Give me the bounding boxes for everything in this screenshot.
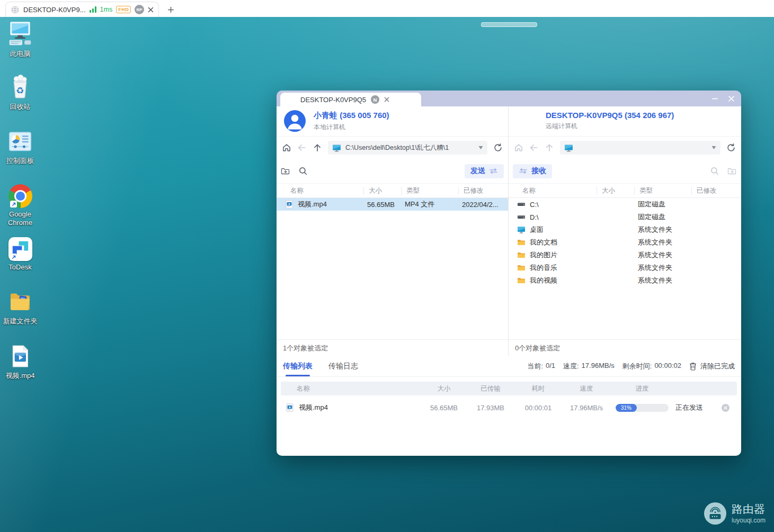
folder-icon <box>517 264 526 272</box>
desktop-icon-label: 新建文件夹 <box>3 317 38 326</box>
file-name: 我的文档 <box>530 238 557 247</box>
file-row[interactable]: 桌面系统文件夹 <box>509 223 741 236</box>
local-toolbar: 发送 <box>277 159 508 183</box>
column-type[interactable]: 类型 <box>401 187 458 195</box>
back-icon[interactable] <box>529 143 539 152</box>
window-titlebar[interactable]: DESKTOP-K0VP9Q5 N <box>277 91 741 106</box>
desktop-icon-label: Google Chrome <box>1 210 40 227</box>
up-icon[interactable] <box>313 143 322 152</box>
column-speed: 速度 <box>559 384 613 393</box>
swap-arrows-icon <box>489 168 498 174</box>
session-tab[interactable]: DESKTOP-K0VP9... 1ms FHD RP <box>5 2 159 17</box>
file-row[interactable]: 我的文档系统文件夹 <box>509 236 741 249</box>
rp-badge: RP <box>135 5 144 14</box>
column-name[interactable]: 名称 <box>277 187 363 195</box>
watermark: 路由器 luyouqi.com <box>704 502 766 525</box>
avatar <box>284 110 306 132</box>
clear-completed-button[interactable]: 清除已完成 <box>689 362 735 371</box>
dropdown-caret-icon[interactable] <box>711 146 716 149</box>
file-row[interactable]: 我的视频系统文件夹 <box>509 274 741 287</box>
local-file-list: 视频.mp456.65MBMP4 文件2022/04/2... <box>277 198 508 339</box>
svg-text:♻: ♻ <box>16 85 24 96</box>
column-size[interactable]: 大小 <box>597 187 634 195</box>
tab-close-icon[interactable] <box>148 7 154 13</box>
desktop-icon <box>517 226 526 234</box>
home-icon[interactable] <box>282 143 291 152</box>
screen: DESKTOP-K0VP9... 1ms FHD RP 此电脑 ♻ 回收站 <box>0 0 774 532</box>
remote-toolbar: 接收 <box>509 159 741 183</box>
desktop-icon-label: 此电脑 <box>10 50 31 58</box>
transfer-transferred: 17.93MB <box>464 404 517 412</box>
search-icon[interactable] <box>710 166 719 176</box>
file-type: 系统文件夹 <box>634 238 691 247</box>
receive-button[interactable]: 接收 <box>513 164 552 178</box>
transfer-status: 正在发送 <box>671 403 708 412</box>
remote-list-header: 名称 大小 类型 已修改 <box>509 183 741 198</box>
refresh-icon[interactable] <box>493 143 503 152</box>
desktop-icon-todesk[interactable]: ToDesk <box>1 233 40 272</box>
refresh-icon[interactable] <box>726 143 736 152</box>
new-tab-button[interactable] <box>167 6 174 13</box>
home-icon[interactable] <box>514 143 523 152</box>
file-row[interactable]: D:\固定磁盘 <box>509 211 741 223</box>
window-tab-close-icon[interactable] <box>384 97 389 102</box>
desktop-icon-video-file[interactable]: 视频.mp4 <box>1 342 40 380</box>
transfer-section: 传输列表 传输日志 当前:0/1 速度:17.96MB/s 剩余时间:00:00… <box>277 356 741 456</box>
dropdown-caret-icon[interactable] <box>478 146 483 149</box>
folder-icon <box>517 251 526 259</box>
window-tab-title: DESKTOP-K0VP9Q5 <box>300 96 366 104</box>
file-row[interactable]: 视频.mp456.65MBMP4 文件2022/04/2... <box>277 198 508 211</box>
column-modified[interactable]: 已修改 <box>458 187 508 195</box>
window-tab[interactable]: DESKTOP-K0VP9Q5 N <box>280 93 421 106</box>
column-transferred: 已传输 <box>464 384 517 393</box>
file-row[interactable]: 我的音乐系统文件夹 <box>509 262 741 274</box>
desktop-icon-new-folder[interactable]: 新建文件夹 <box>1 287 40 326</box>
remote-path-input[interactable] <box>560 141 720 155</box>
file-name: D:\ <box>530 213 539 221</box>
remote-file-list: C:\固定磁盘D:\固定磁盘桌面系统文件夹我的文档系统文件夹我的图片系统文件夹我… <box>509 198 741 339</box>
column-name[interactable]: 名称 <box>509 187 597 195</box>
column-size[interactable]: 大小 <box>363 187 401 195</box>
back-icon[interactable] <box>297 143 307 152</box>
desktop-icon-label: 控制面板 <box>6 157 34 165</box>
file-row[interactable]: 我的图片系统文件夹 <box>509 249 741 262</box>
new-folder-button-icon[interactable] <box>727 166 737 176</box>
search-icon[interactable] <box>298 166 308 176</box>
desktop-icon-chrome[interactable]: Google Chrome <box>1 181 40 227</box>
video-icon <box>286 403 294 412</box>
progress-label: 31% <box>621 405 631 411</box>
shortcut-arrow-icon <box>10 201 17 208</box>
transfer-speed: 17.96MB/s <box>559 404 613 412</box>
video-file-icon <box>8 342 32 369</box>
minimize-button[interactable] <box>711 95 718 102</box>
remote-pane: DESKTOP-K0VP9Q5 (354 206 967) 远端计算机 <box>509 106 741 356</box>
desktop-icon-this-pc[interactable]: 此电脑 <box>1 20 40 58</box>
stat-remaining: 剩余时间:00:00:02 <box>622 362 681 371</box>
local-computer-header: 小青蛙 (365 005 760) 本地计算机 <box>277 106 508 137</box>
transfer-row[interactable]: 视频.mp456.65MB17.93MB00:00:0117.96MB/s31%… <box>281 398 737 417</box>
file-name: 桌面 <box>530 225 544 235</box>
close-button[interactable] <box>728 95 735 102</box>
session-toolbar-handle[interactable] <box>481 22 537 27</box>
monitor-icon <box>332 143 341 152</box>
local-computer-name: 小青蛙 (365 005 760) <box>314 111 508 121</box>
file-name: 我的音乐 <box>530 263 557 273</box>
up-icon[interactable] <box>545 143 554 152</box>
column-modified[interactable]: 已修改 <box>691 187 741 195</box>
column-type[interactable]: 类型 <box>634 187 691 195</box>
desktop-icon-control-panel[interactable]: 控制面板 <box>1 127 40 165</box>
file-row[interactable]: C:\固定磁盘 <box>509 198 741 211</box>
globe-icon <box>11 5 20 14</box>
new-folder-button-icon[interactable] <box>281 166 290 176</box>
tab-transfer-list[interactable]: 传输列表 <box>283 356 313 376</box>
file-name: 视频.mp4 <box>298 200 327 209</box>
desktop-icon-recycle-bin[interactable]: ♻ 回收站 <box>1 73 40 111</box>
local-path-input[interactable]: C:\Users\dell\Desktop\1\乱七八糟\1 <box>328 141 487 155</box>
tab-transfer-log[interactable]: 传输日志 <box>328 356 358 376</box>
send-button[interactable]: 发送 <box>465 164 504 178</box>
router-icon <box>704 502 726 525</box>
desktop-icon-label: 回收站 <box>10 103 31 111</box>
remote-computer-header: DESKTOP-K0VP9Q5 (354 206 967) 远端计算机 <box>509 106 741 137</box>
local-list-header: 名称 大小 类型 已修改 <box>277 183 508 198</box>
cancel-transfer-icon[interactable] <box>722 404 729 412</box>
